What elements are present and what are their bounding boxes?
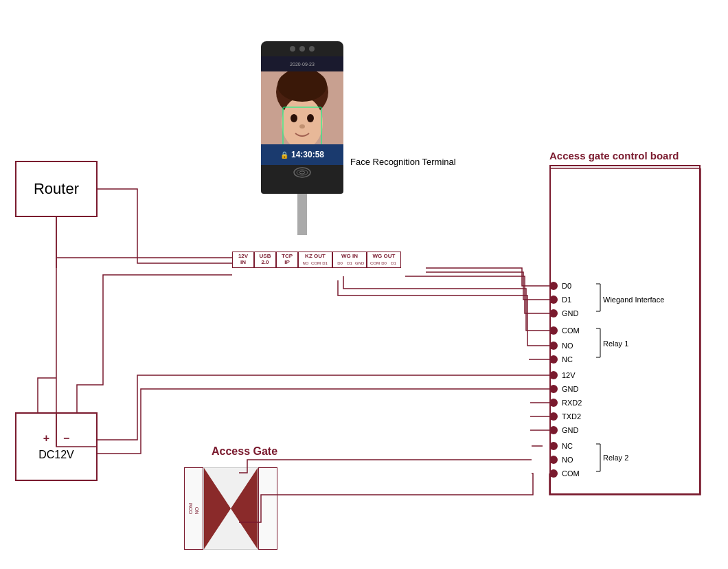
terminal-face-area <box>261 71 343 144</box>
pin-label-d0: D0 <box>562 282 587 290</box>
pin-row-gnd1: GND <box>549 309 587 317</box>
svg-point-4 <box>291 114 297 122</box>
pin-row-gnd3: GND <box>549 426 587 434</box>
pin-com2: COM <box>370 261 378 265</box>
pin-d0b: D0 <box>380 261 388 265</box>
conn-label-tcp: TCPIP <box>282 254 293 266</box>
conn-label-wgout: WG OUT <box>373 254 396 260</box>
terminal-time-bar: 🔒 14:30:58 <box>261 144 343 165</box>
gate-barrier <box>203 467 258 550</box>
terminal-dot-3 <box>309 46 315 52</box>
pin-label-gnd2: GND <box>562 385 587 393</box>
conn-board: 12VIN USB2.0 TCPIP KZ OUT NO COM D1 WG I… <box>232 252 401 268</box>
gate-wing-left <box>204 468 231 549</box>
pin-row-12v: 12V <box>549 371 587 379</box>
gate-panel-right <box>258 467 277 550</box>
relay1-label: Relay 1 <box>603 339 628 348</box>
conn-section-kz: KZ OUT NO COM D1 <box>298 252 332 268</box>
relay2-label: Relay 2 <box>603 454 628 462</box>
gate-pin-com: COM <box>188 503 193 514</box>
conn-label-wgin: WG IN <box>341 254 358 260</box>
pin-row-nc2: NC <box>549 442 587 450</box>
conn-label-usb: USB2.0 <box>260 254 271 266</box>
gate-pin-no: NO <box>194 503 199 514</box>
pin-label-gnd1: GND <box>562 309 587 317</box>
pin-dot-nc1 <box>549 355 558 364</box>
pin-row-rxd2: RXD2 <box>549 399 587 407</box>
conn-label-12v: 12VIN <box>238 254 248 266</box>
terminal-device: 2020-09-23 <box>261 41 343 194</box>
pin-dot-no2 <box>549 456 558 464</box>
terminal-bottom <box>261 180 343 194</box>
pin-label-no1: NO <box>562 342 587 350</box>
gate-panel-labels: COM NO <box>188 503 199 514</box>
rfid-icon <box>293 166 312 179</box>
svg-point-5 <box>307 114 314 122</box>
gate-device: COM NO <box>184 467 277 550</box>
pin-dot-txd2 <box>549 412 558 421</box>
conn-section-wgout: WG OUT COM D0 D1 <box>367 252 401 268</box>
conn-pins-wgin: D0 D1 GND <box>336 261 363 265</box>
pin-row-com2: COM <box>549 469 587 478</box>
wiegand-interface-label: Wiegand Interface <box>603 295 664 304</box>
pin-label-12v: 12V <box>562 371 587 379</box>
battery-box: + − DC12V <box>15 412 98 481</box>
gate-wing-right <box>231 468 258 549</box>
terminal-pole <box>297 194 307 235</box>
pin-dot-d0 <box>549 282 558 290</box>
terminal-time: 14:30:58 <box>291 150 324 159</box>
pin-dot-gnd1 <box>549 309 558 317</box>
pin-dot-no1 <box>549 342 558 350</box>
pin-label-nc2: NC <box>562 442 587 450</box>
conn-pins-wgout: COM D0 D1 <box>370 261 398 265</box>
conn-section-tcp: TCPIP <box>276 252 298 268</box>
pin-label-com: COM <box>562 326 587 335</box>
terminal-date: 2020-09-23 <box>290 62 315 67</box>
pin-row-no1: NO <box>549 342 587 350</box>
pin-d0a: D0 <box>336 261 344 265</box>
pin-dot-gnd3 <box>549 426 558 434</box>
pin-label-no2: NO <box>562 456 587 464</box>
pin-label-d1: D1 <box>562 295 587 304</box>
battery-minus: − <box>63 432 69 445</box>
router-label: Router <box>34 180 79 198</box>
pin-d1b: D1 <box>345 261 354 265</box>
face-svg <box>261 71 343 144</box>
lock-icon: 🔒 <box>280 151 288 159</box>
pin-label-txd2: TXD2 <box>562 412 587 421</box>
pin-label-rxd2: RXD2 <box>562 399 587 407</box>
svg-point-11 <box>297 170 308 175</box>
pin-label-gnd3: GND <box>562 426 587 434</box>
conn-section-wgin: WG IN D0 D1 GND <box>332 252 367 268</box>
pin-row-no2: NO <box>549 456 587 464</box>
terminal-container: 2020-09-23 <box>261 41 343 235</box>
conn-label-kz: KZ OUT <box>305 254 326 260</box>
svg-point-12 <box>299 171 305 174</box>
pin-gnd-a: GND <box>355 261 363 265</box>
pin-dot-com2 <box>549 469 558 478</box>
pin-row-d1: D1 <box>549 295 587 304</box>
pin-dot-com <box>549 326 558 335</box>
terminal-rfid <box>261 165 343 180</box>
battery-terminals: + − <box>43 432 70 445</box>
pin-com1: COM <box>311 261 319 265</box>
pin-row-nc1: NC <box>549 355 587 364</box>
terminal-dot-2 <box>299 46 305 52</box>
conn-section-usb: USB2.0 <box>254 252 276 268</box>
conn-pins-kz: NO COM D1 <box>302 261 329 265</box>
terminal-top <box>261 41 343 56</box>
control-board-title: Access gate control board <box>549 150 679 161</box>
diagram-container: Router 2020-09-23 <box>0 0 728 569</box>
pin-dot-rxd2 <box>549 399 558 407</box>
pin-dot-12v <box>549 371 558 379</box>
pin-row-gnd2: GND <box>549 385 587 393</box>
pin-d1c: D1 <box>389 261 398 265</box>
pin-label-nc1: NC <box>562 355 587 364</box>
pin-label-com2: COM <box>562 469 587 478</box>
pin-row-txd2: TXD2 <box>549 412 587 421</box>
battery-plus: + <box>43 432 49 445</box>
terminal-label: Face Recognition Terminal <box>350 157 456 167</box>
pin-row-d0: D0 <box>549 282 587 290</box>
gate-panel-left: COM NO <box>184 467 203 550</box>
terminal-dot-1 <box>290 46 295 52</box>
